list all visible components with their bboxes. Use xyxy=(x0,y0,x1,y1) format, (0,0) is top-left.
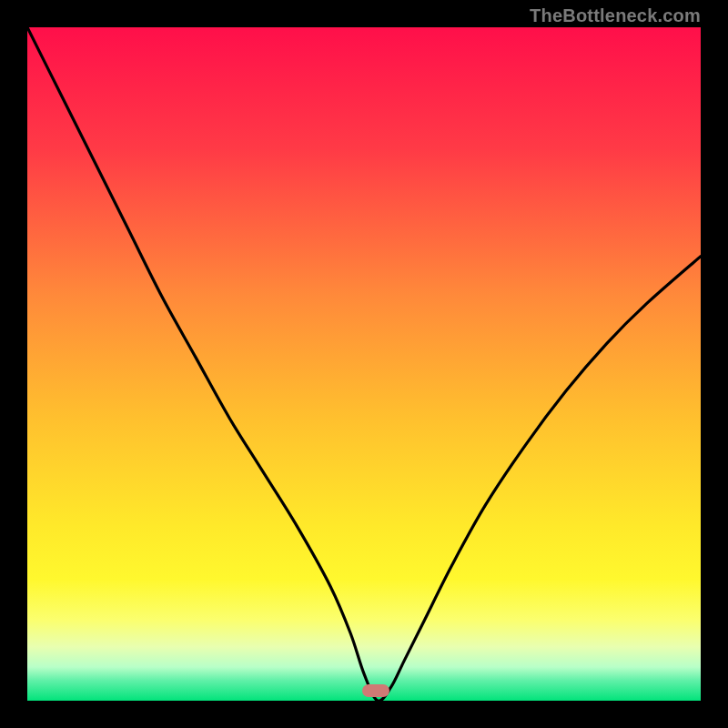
plot-area xyxy=(27,27,701,701)
background-gradient xyxy=(27,27,701,701)
watermark-text: TheBottleneck.com xyxy=(530,5,701,26)
chart-frame: TheBottleneck.com xyxy=(0,0,728,728)
optimum-marker xyxy=(362,684,389,697)
svg-rect-0 xyxy=(27,27,701,701)
